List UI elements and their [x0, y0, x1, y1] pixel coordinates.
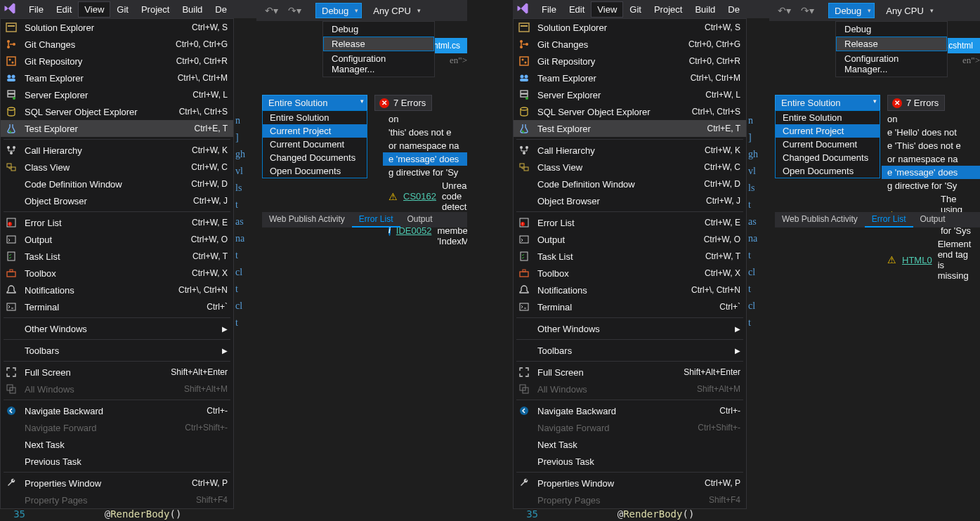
- view-item-git-changes[interactable]: Git ChangesCtrl+0, Ctrl+G: [514, 36, 746, 53]
- view-item-test-explorer[interactable]: Test ExplorerCtrl+E, T: [514, 120, 746, 137]
- config-option-debug[interactable]: Debug: [836, 22, 947, 37]
- view-item-class-view[interactable]: Class ViewCtrl+W, C: [1, 159, 233, 176]
- error-row[interactable]: or namespace na: [882, 152, 980, 166]
- view-item-code-definition-window[interactable]: Code Definition WindowCtrl+W, D: [1, 176, 233, 192]
- error-row[interactable]: e 'message' does: [882, 166, 980, 179]
- error-row[interactable]: g directive for 'Sy: [882, 179, 980, 192]
- view-item-properties-window[interactable]: Properties WindowCtrl+W, P: [514, 475, 746, 492]
- view-item-toolbars[interactable]: Toolbars▶: [1, 342, 233, 359]
- view-item-error-list[interactable]: Error ListCtrl+W, E: [514, 214, 746, 231]
- error-row[interactable]: on: [383, 112, 467, 126]
- config-option-release[interactable]: Release: [836, 37, 947, 51]
- error-row[interactable]: ⚠HTML0Element end tag is missing: [882, 237, 980, 282]
- scope-option-entire-solution[interactable]: Entire Solution: [776, 111, 880, 124]
- redo-icon[interactable]: ↷▾: [797, 4, 818, 18]
- config-combo[interactable]: Debug: [828, 3, 875, 18]
- view-item-properties-window[interactable]: Properties WindowCtrl+W, P: [1, 475, 233, 492]
- menu-project[interactable]: Project: [648, 1, 688, 18]
- scope-option-open-documents[interactable]: Open Documents: [263, 164, 367, 178]
- scope-combo[interactable]: Entire Solution: [262, 95, 367, 111]
- scope-option-changed-documents[interactable]: Changed Documents: [776, 151, 880, 164]
- error-row[interactable]: e 'This' does not e: [882, 139, 980, 152]
- view-item-sql-server-object-explorer[interactable]: SQL Server Object ExplorerCtrl+\, Ctrl+S: [514, 103, 746, 120]
- view-item-call-hierarchy[interactable]: Call HierarchyCtrl+W, K: [1, 142, 233, 159]
- error-row[interactable]: e 'Hello' does not: [882, 126, 980, 139]
- view-item-next-task[interactable]: Next Task: [1, 436, 233, 453]
- view-item-git-repository[interactable]: Git RepositoryCtrl+0, Ctrl+R: [514, 53, 746, 70]
- platform-combo[interactable]: Any CPU: [880, 3, 936, 18]
- undo-icon[interactable]: ↶▾: [773, 4, 795, 18]
- error-row[interactable]: on: [882, 112, 980, 126]
- error-row[interactable]: 'this' does not e: [383, 126, 467, 139]
- view-item-object-browser[interactable]: Object BrowserCtrl+W, J: [1, 192, 233, 209]
- menu-edit[interactable]: Edit: [563, 1, 591, 18]
- undo-icon[interactable]: ↶▾: [261, 4, 282, 18]
- menu-file[interactable]: File: [535, 1, 563, 18]
- view-item-other-windows[interactable]: Other Windows▶: [1, 320, 233, 337]
- panel-tab-output[interactable]: Output: [400, 212, 440, 227]
- errors-button[interactable]: ✕7 Errors: [374, 95, 432, 111]
- errors-button[interactable]: ✕7 Errors: [887, 95, 945, 111]
- error-row[interactable]: g directive for 'Sy: [383, 166, 467, 179]
- menu-file[interactable]: File: [22, 1, 50, 18]
- view-item-class-view[interactable]: Class ViewCtrl+W, C: [514, 159, 746, 176]
- platform-combo[interactable]: Any CPU: [367, 3, 423, 18]
- redo-icon[interactable]: ↷▾: [284, 4, 306, 18]
- config-combo[interactable]: Debug: [315, 3, 362, 18]
- panel-tab-output[interactable]: Output: [913, 212, 953, 227]
- view-item-call-hierarchy[interactable]: Call HierarchyCtrl+W, K: [514, 142, 746, 159]
- menu-build[interactable]: Build: [176, 1, 209, 18]
- config-option-release[interactable]: Release: [323, 37, 434, 51]
- view-item-error-list[interactable]: Error ListCtrl+W, E: [1, 214, 233, 231]
- menu-view[interactable]: View: [591, 1, 623, 18]
- view-item-notifications[interactable]: NotificationsCtrl+\, Ctrl+N: [1, 282, 233, 298]
- error-row[interactable]: or namespace na: [383, 139, 467, 152]
- menu-edit[interactable]: Edit: [50, 1, 78, 18]
- view-item-object-browser[interactable]: Object BrowserCtrl+W, J: [514, 192, 746, 209]
- config-option-configuration-manager-[interactable]: Configuration Manager...: [836, 51, 947, 77]
- scope-combo[interactable]: Entire Solution: [775, 95, 880, 111]
- view-item-git-changes[interactable]: Git ChangesCtrl+0, Ctrl+G: [1, 36, 233, 53]
- menu-git[interactable]: Git: [623, 1, 648, 18]
- view-item-code-definition-window[interactable]: Code Definition WindowCtrl+W, D: [514, 176, 746, 192]
- view-item-other-windows[interactable]: Other Windows▶: [514, 320, 746, 337]
- menu-de[interactable]: De: [721, 1, 746, 18]
- panel-tab-web-publish-activity[interactable]: Web Publish Activity: [262, 212, 352, 227]
- view-item-notifications[interactable]: NotificationsCtrl+\, Ctrl+N: [514, 282, 746, 298]
- view-item-git-repository[interactable]: Git RepositoryCtrl+0, Ctrl+R: [1, 53, 233, 70]
- error-row[interactable]: e 'message' does: [383, 152, 467, 166]
- view-item-solution-explorer[interactable]: Solution ExplorerCtrl+W, S: [514, 19, 746, 36]
- panel-tab-web-publish-activity[interactable]: Web Publish Activity: [775, 212, 865, 227]
- view-item-team-explorer[interactable]: Team ExplorerCtrl+\, Ctrl+M: [1, 70, 233, 86]
- menu-view[interactable]: View: [78, 1, 110, 18]
- scope-option-current-project[interactable]: Current Project: [263, 124, 367, 138]
- scope-option-current-document[interactable]: Current Document: [776, 138, 880, 151]
- view-item-terminal[interactable]: TerminalCtrl+`: [514, 298, 746, 315]
- view-item-full-screen[interactable]: Full ScreenShift+Alt+Enter: [514, 364, 746, 381]
- view-item-toolbars[interactable]: Toolbars▶: [514, 342, 746, 359]
- view-item-task-list[interactable]: Task ListCtrl+W, T: [1, 248, 233, 265]
- view-item-sql-server-object-explorer[interactable]: SQL Server Object ExplorerCtrl+\, Ctrl+S: [1, 103, 233, 120]
- scope-option-changed-documents[interactable]: Changed Documents: [263, 151, 367, 164]
- view-item-task-list[interactable]: Task ListCtrl+W, T: [514, 248, 746, 265]
- panel-tab-error-list[interactable]: Error List: [352, 212, 400, 227]
- view-item-server-explorer[interactable]: Server ExplorerCtrl+W, L: [1, 86, 233, 103]
- menu-project[interactable]: Project: [135, 1, 176, 18]
- view-item-toolbox[interactable]: ToolboxCtrl+W, X: [514, 265, 746, 282]
- view-item-output[interactable]: OutputCtrl+W, O: [514, 231, 746, 248]
- view-item-previous-task[interactable]: Previous Task: [1, 453, 233, 470]
- view-item-team-explorer[interactable]: Team ExplorerCtrl+\, Ctrl+M: [514, 70, 746, 86]
- view-item-navigate-backward[interactable]: Navigate BackwardCtrl+-: [514, 402, 746, 419]
- view-item-previous-task[interactable]: Previous Task: [514, 453, 746, 470]
- error-row[interactable]: ⚠CS0162Unreachable code detecte: [383, 179, 467, 213]
- view-item-solution-explorer[interactable]: Solution ExplorerCtrl+W, S: [1, 19, 233, 36]
- scope-option-entire-solution[interactable]: Entire Solution: [263, 111, 367, 124]
- scope-option-current-project[interactable]: Current Project: [776, 124, 880, 138]
- menu-de[interactable]: De: [209, 1, 233, 18]
- panel-tab-error-list[interactable]: Error List: [865, 212, 913, 227]
- scope-option-current-document[interactable]: Current Document: [263, 138, 367, 151]
- view-item-output[interactable]: OutputCtrl+W, O: [1, 231, 233, 248]
- view-item-next-task[interactable]: Next Task: [514, 436, 746, 453]
- config-option-configuration-manager-[interactable]: Configuration Manager...: [323, 51, 434, 77]
- view-item-test-explorer[interactable]: Test ExplorerCtrl+E, T: [1, 120, 233, 137]
